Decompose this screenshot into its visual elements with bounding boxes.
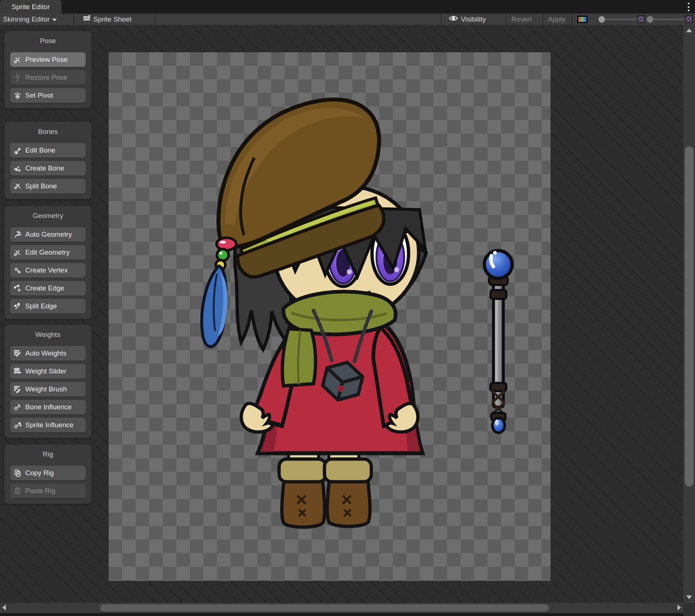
auto-geometry-button[interactable]: Auto Geometry [10,227,86,242]
toolbar-separator [155,14,155,25]
button-label: Set Pivot [25,91,53,99]
apply-label: Apply [548,15,566,23]
preview-pose-button[interactable]: Preview Pose [10,52,86,67]
button-label: Split Bone [25,182,57,190]
slider-track[interactable] [605,19,636,20]
button-label: Edit Geometry [25,248,70,256]
pose-panel: Pose Preview Pose Restore Pose Set Pivot [4,31,91,108]
slider-knob[interactable] [647,16,653,23]
scroll-left-icon[interactable] [2,605,6,611]
restore-pose-button[interactable]: Restore Pose [10,70,86,85]
vertical-scrollbar[interactable] [683,25,695,603]
button-label: Weight Brush [25,385,67,393]
split-edge-button[interactable]: Split Edge [10,299,86,313]
button-label: Sprite Influence [25,421,74,429]
weight-brush-button[interactable]: Weight Brush [10,382,86,397]
button-label: Create Edge [25,284,64,292]
copy-icon [13,469,22,477]
sprite-canvas[interactable] [109,52,551,581]
toolbar-separator [73,14,74,25]
bones-panel: Bones Edit Bone Create Bone Split Bone [4,122,91,199]
staff-sprite [484,251,512,433]
sprite-sheet-label: Sprite Sheet [93,15,132,23]
dots-wand-icon [13,349,22,358]
bone-influence-button[interactable]: Bone Influence [10,400,86,414]
create-bone-button[interactable]: Create Bone [10,161,86,176]
vertex-add-icon [13,266,22,275]
tools-icon [13,248,22,257]
edit-bone-button[interactable]: Edit Bone [10,143,86,158]
button-label: Create Bone [25,164,64,172]
create-vertex-button[interactable]: Create Vertex [10,263,86,278]
bone-edit-icon [13,146,22,155]
horizontal-scrollbar[interactable] [0,603,683,613]
kebab-menu-icon[interactable] [687,3,690,11]
character-sprite [109,52,551,581]
geometry-panel: Geometry Auto Geometry Edit Geometry Cre… [4,206,91,319]
person-icon [13,73,22,82]
bone-influence-icon [13,403,22,412]
sprite-editor-window: Sprite Editor Skinning Editor Sprite She… [0,0,695,616]
weight-slider-button[interactable]: Weight Slider [10,364,86,379]
skinning-editor-label: Skinning Editor [3,15,50,23]
auto-weights-button[interactable]: Auto Weights [10,346,86,361]
weights-panel: Weights Auto Weights [4,325,91,438]
scroll-up-icon[interactable] [686,29,692,32]
slider-track[interactable] [653,19,684,20]
horizontal-scrollbar-thumb[interactable] [100,604,549,612]
panel-title: Bones [4,128,91,136]
create-edge-button[interactable]: Create Edge [10,281,86,296]
dots-grid-icon [13,367,22,376]
button-label: Copy Rig [25,469,54,477]
texture-thumb-icon [637,15,645,23]
button-label: Preview Pose [25,56,68,64]
dots-brush-icon [13,385,22,394]
panel-title: Weights [4,331,91,339]
alpha-slider[interactable] [598,14,646,25]
visibility-button[interactable]: Visibility [448,14,486,25]
slider-knob[interactable] [598,16,605,23]
revert-button[interactable]: Revert [511,14,532,25]
edge-add-icon [13,284,22,293]
button-label: Paste Rig [25,487,55,495]
split-bone-button[interactable]: Split Bone [10,179,86,194]
toolbar-separator [441,14,442,25]
edge-split-icon [13,302,22,311]
scrollbar-corner [683,603,695,616]
scroll-down-icon[interactable] [686,596,692,599]
magic-wand-icon [13,230,22,239]
paste-icon [13,487,22,495]
button-label: Bone Influence [25,403,72,411]
edit-geometry-button[interactable]: Edit Geometry [10,245,86,260]
toolbar: Skinning Editor Sprite Sheet Visibilit [0,14,695,25]
eye-icon [448,15,458,24]
chevron-down-icon [52,19,57,21]
bone-add-icon [13,164,22,173]
rig-panel: Rig Copy Rig Paste Rig [4,444,91,504]
tab-bar: Sprite Editor [0,0,695,14]
bone-split-icon [13,182,22,191]
tab-sprite-editor[interactable]: Sprite Editor [0,0,61,14]
button-label: Auto Geometry [25,230,72,238]
skinning-editor-dropdown[interactable]: Skinning Editor [3,14,57,25]
apply-button[interactable]: Apply [548,14,566,25]
texture-thumb-icon [685,15,693,23]
sprite-influence-button[interactable]: Sprite Influence [10,418,86,432]
visibility-label: Visibility [461,15,486,23]
toolbar-separator [506,14,507,25]
rgb-channel-swatch[interactable] [577,16,587,23]
tools-icon [13,55,22,64]
panel-title: Rig [4,450,91,458]
button-label: Create Vertex [25,266,68,274]
button-label: Auto Weights [25,349,67,357]
paste-rig-button[interactable]: Paste Rig [10,484,86,498]
sprite-sheet-button[interactable]: Sprite Sheet [83,14,132,25]
vertical-scrollbar-thumb[interactable] [685,146,694,487]
workspace: Pose Preview Pose Restore Pose Set Pivot [0,25,695,616]
scroll-right-icon[interactable] [677,605,681,611]
copy-rig-button[interactable]: Copy Rig [10,466,86,480]
button-label: Edit Bone [25,146,55,154]
brightness-slider[interactable] [647,14,694,25]
panel-title: Geometry [4,212,91,220]
set-pivot-button[interactable]: Set Pivot [10,88,86,103]
